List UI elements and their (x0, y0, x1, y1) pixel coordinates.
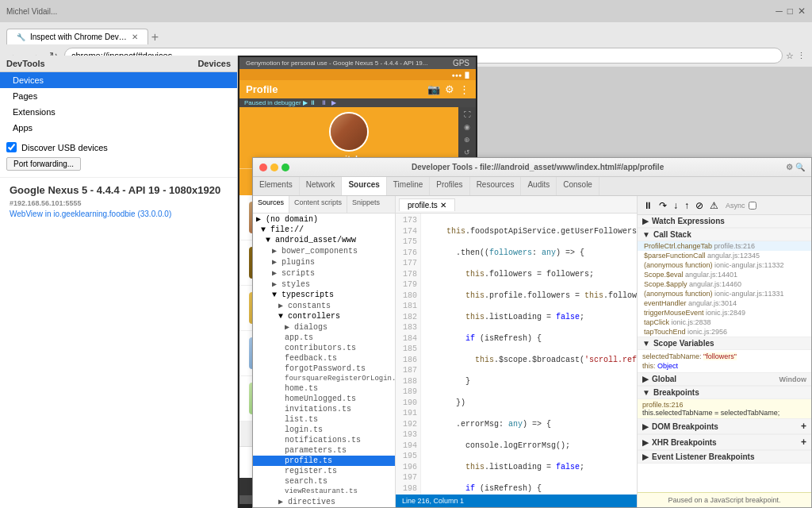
xhr-bp-header[interactable]: ▶ XHR Breakpoints + (638, 435, 811, 450)
camera-icon[interactable]: 📷 (427, 83, 440, 95)
tree-item-forgotpw[interactable]: forgotPassword.ts (253, 364, 395, 374)
sidebar-item-apps[interactable]: Apps (0, 120, 237, 136)
sidebar-item-devices[interactable]: Devices (0, 72, 237, 88)
sidebar-item-extensions[interactable]: Extensions (0, 104, 237, 120)
maximize-icon[interactable]: □ (787, 6, 793, 17)
watch-section-header[interactable]: ▶ Watch Expressions (638, 215, 811, 228)
tab-console[interactable]: Console (557, 177, 599, 195)
tree-item-search[interactable]: search.ts (253, 476, 395, 487)
tab-elements[interactable]: Elements (253, 177, 300, 195)
tab-audits[interactable]: Audits (521, 177, 557, 195)
content-scripts-tab[interactable]: Content scripts (289, 196, 347, 213)
pause-icon[interactable]: ⏸ (320, 99, 327, 106)
step-out-button[interactable]: ↑ (682, 200, 691, 211)
tree-item-login[interactable]: login.ts (253, 425, 395, 435)
tree-item-parameters[interactable]: parameters.ts (253, 445, 395, 456)
settings-app-icon[interactable]: ⚙ (445, 83, 454, 95)
resume-icon[interactable]: ▶ (331, 99, 336, 106)
tree-item-typescripts[interactable]: ▼ typescripts (253, 290, 395, 300)
pause-resume-button[interactable]: ⏸ (641, 200, 655, 211)
tab-profiles[interactable]: Profiles (430, 177, 469, 195)
side-icon-3[interactable]: ⊕ (464, 136, 470, 144)
ln-181: 181 (399, 301, 417, 312)
browser-tab-devtools[interactable]: 🔧 Inspect with Chrome Dev… ✕ (6, 29, 148, 44)
tree-item-app-ts[interactable]: app.ts (253, 333, 395, 343)
pause-exceptions-button[interactable]: ⚠ (707, 200, 721, 211)
call-stack-item-8[interactable]: triggerMouseEvent ionic.js:2849 (638, 308, 811, 318)
new-tab-icon[interactable]: + (151, 30, 159, 44)
tree-item-scripts[interactable]: ▶ scripts (253, 267, 395, 279)
more-icon[interactable]: ⋮ (459, 83, 469, 95)
step-over-button[interactable]: ↷ (657, 200, 669, 211)
file-tree: ▶ (no domain) ▼ file:// ▼ android_asset/… (253, 214, 395, 507)
tab-network[interactable]: Network (300, 177, 343, 195)
call-stack-item-6[interactable]: (anonymous function) ionic-angular.js:11… (638, 289, 811, 298)
global-header[interactable]: ▶ Global Window (638, 372, 811, 386)
tree-item-plugins[interactable]: ▶ plugins (253, 256, 395, 267)
call-stack-item-1[interactable]: ProfileCtrl.changeTab profile.ts:216 (638, 241, 811, 251)
editor-file-tab-profile[interactable]: profile.ts ✕ (399, 198, 455, 211)
tree-item-homeunlogged[interactable]: homeUnlogged.ts (253, 394, 395, 404)
call-stack-item-2[interactable]: $parseFunctionCall angular.js:12345 (638, 251, 811, 260)
tree-item-viewrestaurant[interactable]: viewRestaurant.ts (253, 487, 395, 496)
event-bp-header[interactable]: ▶ Event Listener Breakpoints (638, 451, 811, 464)
tree-item-notifications[interactable]: notifications.ts (253, 435, 395, 445)
add-dom-bp-icon[interactable]: + (801, 421, 806, 432)
call-stack-header[interactable]: ▼ Call Stack (638, 229, 811, 241)
tree-item-foursquare[interactable]: foursquareRegisterOrLogin.ts (253, 374, 395, 383)
tree-item-feedback[interactable]: feedback.ts (253, 353, 395, 364)
dom-bp-header[interactable]: ▶ DOM Breakpoints + (638, 419, 811, 434)
call-stack-item-10[interactable]: tapTouchEnd ionic.js:2956 (638, 327, 811, 337)
tree-item-home[interactable]: home.ts (253, 383, 395, 394)
async-checkbox[interactable] (749, 202, 756, 210)
side-icon-2[interactable]: ◉ (464, 123, 470, 131)
call-stack-item-7[interactable]: eventHandler angular.js:3014 (638, 298, 811, 308)
step-into-button[interactable]: ↓ (671, 200, 680, 211)
window-maximize-button[interactable] (282, 164, 289, 171)
tab-sources[interactable]: Sources (342, 177, 386, 195)
gps-icon[interactable]: GPS (453, 59, 469, 67)
tree-item-styles[interactable]: ▶ styles (253, 279, 395, 290)
tree-item-contributors[interactable]: contributors.ts (253, 343, 395, 353)
event-bp-arrow-icon: ▶ (642, 452, 649, 461)
snippets-tab[interactable]: Snippets (347, 196, 385, 213)
scope-header[interactable]: ▼ Scope Variables (638, 337, 811, 350)
tree-item-profile-selected[interactable]: profile.ts (253, 456, 395, 466)
call-stack-item-4[interactable]: Scope.$eval angular.js:14401 (638, 270, 811, 279)
tree-item-directives[interactable]: ▶ directives (253, 496, 395, 507)
close-icon[interactable]: ✕ (798, 6, 806, 17)
sidebar-item-pages[interactable]: Pages (0, 88, 237, 104)
tree-item-controllers[interactable]: ▼ controllers (253, 311, 395, 321)
devtools-window-titlebar: Developer Tools - file:///android_asset/… (253, 158, 811, 177)
tree-item-bower[interactable]: ▶ bower_components (253, 245, 395, 256)
tree-item-register[interactable]: register.ts (253, 466, 395, 476)
tree-item-invitations[interactable]: invitations.ts (253, 404, 395, 414)
tab-close-icon[interactable]: ✕ (132, 33, 138, 41)
code-text[interactable]: this.foodspotApiService.getUserFollowers… (421, 214, 637, 495)
sources-left-tab[interactable]: Sources (253, 196, 289, 213)
tree-item-constants[interactable]: ▶ constants (253, 300, 395, 311)
call-stack-item-9[interactable]: tapClick ionic.js:2838 (638, 318, 811, 327)
tab-timeline[interactable]: Timeline (387, 177, 430, 195)
call-stack-item-5[interactable]: Scope.$apply angular.js:14460 (638, 279, 811, 289)
side-icon-4[interactable]: ↺ (464, 148, 470, 156)
tab-resources[interactable]: Resources (470, 177, 522, 195)
webview-link[interactable]: WebView in io.geeklearning.foodbie (33.0… (10, 208, 228, 220)
cs-name-3: (anonymous function) (644, 261, 713, 269)
tree-item-no-domain[interactable]: ▶ (no domain) (253, 214, 395, 225)
tree-item-www[interactable]: ▼ android_asset/www (253, 235, 395, 245)
minimize-icon[interactable]: ─ (776, 6, 783, 17)
port-forwarding-button[interactable]: Port forwarding... (6, 157, 81, 171)
discover-usb-checkbox[interactable] (6, 142, 17, 152)
tree-item-dialogs[interactable]: ▶ dialogs (253, 321, 395, 333)
breakpoints-header[interactable]: ▼ Breakpoints (638, 387, 811, 399)
tree-item-file[interactable]: ▼ file:// (253, 225, 395, 235)
window-minimize-button[interactable] (270, 164, 278, 171)
add-xhr-bp-icon[interactable]: + (801, 437, 806, 448)
devtools-window: Developer Tools - file:///android_asset/… (252, 157, 812, 508)
deactivate-breakpoints-button[interactable]: ⊘ (693, 200, 706, 211)
call-stack-item-3[interactable]: (anonymous function) ionic-angular.js:11… (638, 260, 811, 270)
tree-item-list-ts[interactable]: list.ts (253, 414, 395, 425)
side-icon-1[interactable]: ⛶ (464, 110, 471, 118)
window-close-button[interactable] (259, 164, 267, 171)
